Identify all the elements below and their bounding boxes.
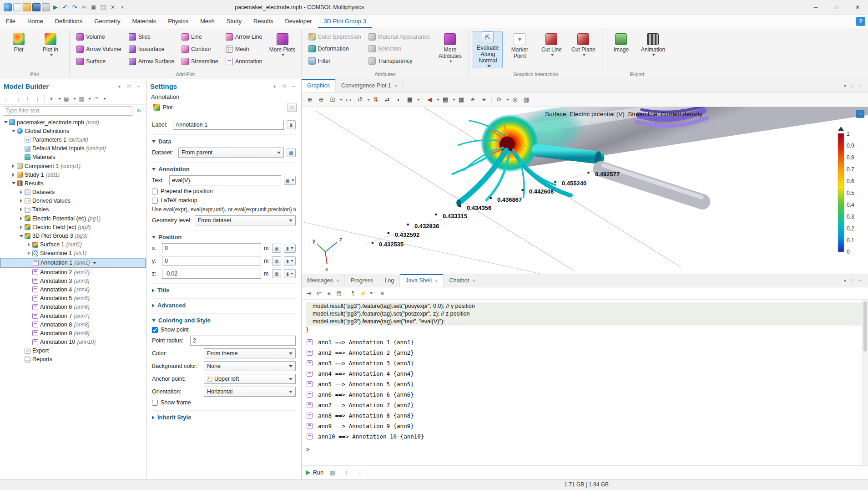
copy-icon[interactable] [90,3,98,11]
move-up-icon[interactable] [23,94,32,103]
stop-icon[interactable] [378,289,387,298]
3d-scene[interactable]: y z x 1 0.9 0.8 0.7 0.6 [302,107,868,274]
tab-definitions[interactable]: Definitions [49,15,89,28]
tree-item-materials[interactable]: Materials [0,153,146,162]
tree-filter-input[interactable] [3,106,132,116]
tree-item-parameters[interactable]: Parameters 1{default} [0,135,146,144]
evaluate-along-normal-button[interactable]: Evaluate Along Normal [473,31,503,68]
annotation-label-input[interactable] [173,120,284,130]
plot-context-icon[interactable] [856,110,864,118]
redo-icon[interactable] [71,3,79,11]
tree-item-annotation-1[interactable]: Annotation 1{ann1} [0,258,146,268]
tab-results[interactable]: Results [247,15,279,28]
tree-item-3d-plot-group-3[interactable]: 3D Plot Group 3{pg3} [0,231,146,240]
expander-icon[interactable] [18,190,24,194]
expander-icon[interactable] [26,243,32,246]
tree-item-default-model-inputs[interactable]: Default Model Inputs{cminpt} [0,144,146,153]
tree-item-component-1[interactable]: Component 1{comp1} [0,162,146,170]
orientation-select[interactable]: Horizontal [204,387,296,397]
tree-item-annotation-3[interactable]: Annotation 3{ann3} [0,276,146,285]
tree-item-derived-values[interactable]: Derived Values [0,197,146,205]
tree-item-streamline-1[interactable]: Streamline 1{str1} [0,249,146,258]
snapshot-camera-icon[interactable] [510,94,520,105]
expander-icon[interactable] [10,130,16,132]
tree-item-reports[interactable]: Reports [0,355,146,364]
panel-menu-icon[interactable] [841,277,849,285]
geometry-level-select[interactable]: From dataset [195,215,296,225]
y-position-input[interactable] [162,256,261,266]
environment-icon[interactable] [494,94,505,105]
save-icon[interactable] [32,3,40,11]
graphics-tab[interactable]: Graphics [302,79,336,92]
plot-in-button[interactable]: Plot In [35,31,66,68]
close-tab-icon[interactable] [435,278,438,283]
more-plots-button[interactable]: More Plots [267,31,298,68]
annotation-text-input[interactable] [169,175,281,185]
tab-3d-plot-group-3[interactable]: 3D Plot Group 3 [318,15,372,28]
show-frame-checkbox[interactable] [152,400,158,406]
annotation-button[interactable]: Annotation [222,56,266,67]
panel-collapse-icon[interactable] [135,82,142,90]
panel-float-icon[interactable] [280,82,288,90]
line-button[interactable]: Line [178,31,222,42]
tree-item-annotation-5[interactable]: Annotation 5{ann5} [0,294,146,303]
messages-tab[interactable]: Messages [302,274,345,287]
tree-item-annotation-8[interactable]: Annotation 8{ann8} [0,320,146,329]
show-filter-icon[interactable] [47,94,56,103]
section-expander-icon[interactable] [152,416,155,419]
tab-home[interactable]: Home [21,15,49,28]
maximize-button[interactable] [826,0,847,15]
plot-area[interactable]: y z x 1 0.9 0.8 0.7 0.6 [302,107,868,274]
next-command-icon[interactable] [355,468,364,477]
print-icon[interactable] [521,94,532,105]
zoom-in-icon[interactable] [304,94,315,105]
section-expander-icon[interactable] [152,289,155,292]
arrow-surface-button[interactable]: Arrow Surface [126,56,177,67]
indent-icon[interactable] [304,289,313,298]
tab-geometry[interactable]: Geometry [88,15,126,28]
tree-item-tables[interactable]: Tables [0,205,146,214]
expander-icon[interactable] [3,121,9,123]
material-appearance-button[interactable]: Material Appearance [365,31,434,42]
cut-plane-button[interactable]: Cut Plane [568,31,598,68]
tab-physics[interactable]: Physics [162,15,194,28]
plot-in-window-icon[interactable] [288,103,297,112]
text-menu-button[interactable] [284,176,296,185]
tree-item-electric-field[interactable]: Electric Field (ec){pg2} [0,223,146,231]
anchor-point-select[interactable]: Upper left [204,374,296,384]
execute-icon[interactable] [358,289,368,298]
expander-icon[interactable] [18,217,24,220]
color-expression-button[interactable]: Color Expression [305,31,364,42]
collapse-all-icon[interactable] [62,94,71,103]
panel-menu-icon[interactable] [271,82,278,90]
forward-icon[interactable] [13,94,22,103]
java-shell-output[interactable]: model.result("pg3").feature(tag).set("po… [302,300,868,465]
field-menu-button[interactable] [284,244,296,253]
paste-icon[interactable] [99,3,107,11]
panel-menu-icon[interactable] [116,82,123,90]
expander-icon[interactable] [18,199,24,203]
expander-icon[interactable] [18,208,24,211]
color-select[interactable]: From theme [204,348,296,358]
delete-icon[interactable] [109,3,117,11]
run-button[interactable]: Run [306,470,323,476]
image-button[interactable]: Image [606,31,636,68]
more-attributes-button[interactable]: More Attributes [435,31,465,68]
selection-button[interactable]: Selection [365,43,434,55]
collapse-blocks-icon[interactable] [324,289,333,298]
show-legend-icon[interactable] [440,94,451,105]
go-to-default-view-icon[interactable] [354,94,365,105]
zoom-extents-icon[interactable] [327,94,338,105]
expander-icon[interactable] [18,235,24,237]
marker-point-button[interactable]: Marker Point [505,31,535,68]
expander-icon[interactable] [10,173,16,177]
section-expander-icon[interactable] [152,304,155,307]
shell-prompt[interactable]: > [306,444,863,454]
orthographic-projection-icon[interactable] [393,94,404,105]
expander-icon[interactable] [18,225,24,229]
tab-developer[interactable]: Developer [279,15,318,28]
expander-icon[interactable] [10,182,16,184]
latex-markup-checkbox[interactable] [152,198,158,204]
convergence-plot-tab[interactable]: Convergence Plot 1 [336,79,403,92]
tree-item-results[interactable]: Results [0,179,146,188]
